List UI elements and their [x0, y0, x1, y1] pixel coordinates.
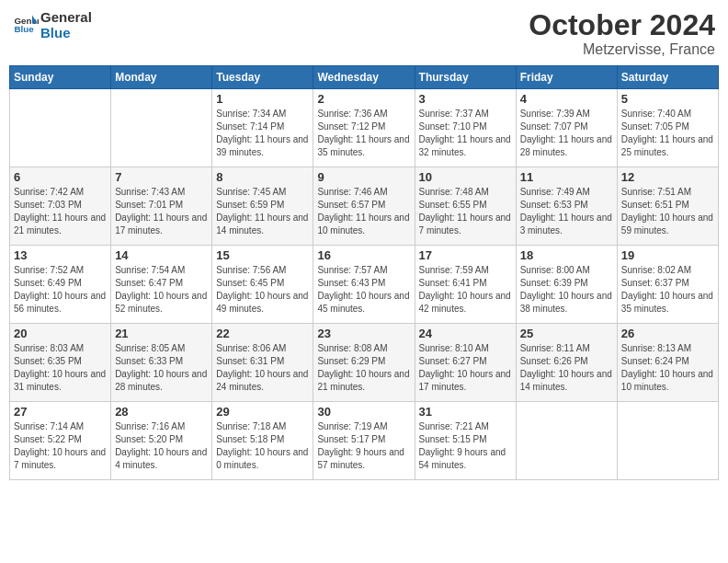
logo-icon: General Blue — [13, 12, 39, 38]
calendar-cell: 24Sunrise: 8:10 AMSunset: 6:27 PMDayligh… — [415, 324, 516, 402]
day-number: 17 — [419, 248, 512, 262]
day-info: Sunrise: 7:42 AMSunset: 7:03 PMDaylight:… — [14, 186, 107, 237]
calendar-cell: 9Sunrise: 7:46 AMSunset: 6:57 PMDaylight… — [313, 167, 415, 246]
day-number: 27 — [14, 405, 107, 419]
day-info: Sunrise: 8:00 AMSunset: 6:39 PMDaylight:… — [520, 264, 613, 316]
calendar-cell: 7Sunrise: 7:43 AMSunset: 7:01 PMDaylight… — [111, 167, 212, 246]
day-info: Sunrise: 7:57 AMSunset: 6:43 PMDaylight:… — [317, 264, 410, 316]
week-row-5: 27Sunrise: 7:14 AMSunset: 5:22 PMDayligh… — [10, 402, 719, 480]
day-info: Sunrise: 7:40 AMSunset: 7:05 PMDaylight:… — [621, 108, 714, 159]
day-info: Sunrise: 7:16 AMSunset: 5:20 PMDaylight:… — [115, 420, 208, 472]
day-info: Sunrise: 8:03 AMSunset: 6:35 PMDaylight:… — [14, 342, 107, 394]
weekday-header-thursday: Thursday — [415, 66, 516, 89]
day-number: 16 — [317, 248, 410, 262]
day-number: 9 — [317, 170, 410, 184]
weekday-header-wednesday: Wednesday — [313, 66, 415, 89]
logo-line2: Blue — [40, 25, 92, 40]
day-number: 13 — [14, 248, 107, 262]
calendar-cell: 30Sunrise: 7:19 AMSunset: 5:17 PMDayligh… — [313, 402, 415, 480]
calendar-cell: 15Sunrise: 7:56 AMSunset: 6:45 PMDayligh… — [212, 246, 313, 324]
month-title: October 2024 — [529, 9, 715, 41]
day-info: Sunrise: 7:45 AMSunset: 6:59 PMDaylight:… — [216, 186, 309, 237]
day-number: 15 — [216, 248, 309, 262]
calendar-cell: 21Sunrise: 8:05 AMSunset: 6:33 PMDayligh… — [111, 324, 212, 402]
day-number: 5 — [621, 92, 714, 106]
day-info: Sunrise: 7:51 AMSunset: 6:51 PMDaylight:… — [621, 186, 714, 237]
week-row-4: 20Sunrise: 8:03 AMSunset: 6:35 PMDayligh… — [10, 324, 719, 402]
day-info: Sunrise: 7:49 AMSunset: 6:53 PMDaylight:… — [520, 186, 613, 237]
calendar-cell — [617, 402, 718, 480]
day-number: 20 — [14, 327, 107, 340]
svg-text:Blue: Blue — [14, 24, 34, 34]
calendar-table: SundayMondayTuesdayWednesdayThursdayFrid… — [9, 65, 719, 480]
day-info: Sunrise: 8:06 AMSunset: 6:31 PMDaylight:… — [216, 342, 309, 394]
day-number: 28 — [115, 405, 208, 419]
weekday-header-row: SundayMondayTuesdayWednesdayThursdayFrid… — [10, 66, 719, 89]
day-number: 29 — [216, 405, 309, 419]
weekday-header-tuesday: Tuesday — [212, 66, 313, 89]
page-header: General Blue General Blue October 2024 M… — [9, 9, 719, 58]
day-info: Sunrise: 7:39 AMSunset: 7:07 PMDaylight:… — [520, 108, 613, 159]
calendar-cell: 17Sunrise: 7:59 AMSunset: 6:41 PMDayligh… — [415, 246, 516, 324]
calendar-cell: 25Sunrise: 8:11 AMSunset: 6:26 PMDayligh… — [516, 324, 617, 402]
calendar-cell: 19Sunrise: 8:02 AMSunset: 6:37 PMDayligh… — [617, 246, 718, 324]
calendar-cell: 8Sunrise: 7:45 AMSunset: 6:59 PMDaylight… — [212, 167, 313, 246]
calendar-cell: 31Sunrise: 7:21 AMSunset: 5:15 PMDayligh… — [415, 402, 516, 480]
day-info: Sunrise: 7:59 AMSunset: 6:41 PMDaylight:… — [419, 264, 512, 316]
day-info: Sunrise: 8:10 AMSunset: 6:27 PMDaylight:… — [419, 342, 512, 394]
day-number: 11 — [520, 170, 613, 184]
calendar-cell: 29Sunrise: 7:18 AMSunset: 5:18 PMDayligh… — [212, 402, 313, 480]
day-info: Sunrise: 7:21 AMSunset: 5:15 PMDaylight:… — [419, 420, 512, 472]
day-number: 10 — [419, 170, 512, 184]
day-number: 1 — [216, 92, 309, 106]
weekday-header-sunday: Sunday — [10, 66, 111, 89]
day-number: 12 — [621, 170, 714, 184]
day-info: Sunrise: 7:36 AMSunset: 7:12 PMDaylight:… — [317, 108, 410, 159]
calendar-cell: 3Sunrise: 7:37 AMSunset: 7:10 PMDaylight… — [415, 89, 516, 167]
day-info: Sunrise: 8:13 AMSunset: 6:24 PMDaylight:… — [621, 342, 714, 394]
calendar-cell: 22Sunrise: 8:06 AMSunset: 6:31 PMDayligh… — [212, 324, 313, 402]
calendar-cell: 26Sunrise: 8:13 AMSunset: 6:24 PMDayligh… — [617, 324, 718, 402]
weekday-header-saturday: Saturday — [617, 66, 718, 89]
calendar-cell: 10Sunrise: 7:48 AMSunset: 6:55 PMDayligh… — [415, 167, 516, 246]
day-number: 19 — [621, 248, 714, 262]
day-info: Sunrise: 7:37 AMSunset: 7:10 PMDaylight:… — [419, 108, 512, 159]
day-number: 22 — [216, 327, 309, 340]
day-number: 3 — [419, 92, 512, 106]
day-number: 25 — [520, 327, 613, 340]
calendar-cell: 16Sunrise: 7:57 AMSunset: 6:43 PMDayligh… — [313, 246, 415, 324]
weekday-header-monday: Monday — [111, 66, 212, 89]
calendar-cell — [111, 89, 212, 167]
day-info: Sunrise: 7:43 AMSunset: 7:01 PMDaylight:… — [115, 186, 208, 237]
logo-line1: General — [40, 9, 92, 25]
calendar-cell: 12Sunrise: 7:51 AMSunset: 6:51 PMDayligh… — [617, 167, 718, 246]
day-info: Sunrise: 7:34 AMSunset: 7:14 PMDaylight:… — [216, 108, 309, 159]
calendar-cell: 28Sunrise: 7:16 AMSunset: 5:20 PMDayligh… — [111, 402, 212, 480]
day-number: 4 — [520, 92, 613, 106]
day-info: Sunrise: 7:56 AMSunset: 6:45 PMDaylight:… — [216, 264, 309, 316]
calendar-cell: 27Sunrise: 7:14 AMSunset: 5:22 PMDayligh… — [10, 402, 111, 480]
day-number: 8 — [216, 170, 309, 184]
day-number: 18 — [520, 248, 613, 262]
day-number: 30 — [317, 405, 410, 419]
calendar-cell: 18Sunrise: 8:00 AMSunset: 6:39 PMDayligh… — [516, 246, 617, 324]
calendar-cell: 23Sunrise: 8:08 AMSunset: 6:29 PMDayligh… — [313, 324, 415, 402]
calendar-cell: 5Sunrise: 7:40 AMSunset: 7:05 PMDaylight… — [617, 89, 718, 167]
day-number: 14 — [115, 248, 208, 262]
calendar-cell: 11Sunrise: 7:49 AMSunset: 6:53 PMDayligh… — [516, 167, 617, 246]
calendar-cell: 20Sunrise: 8:03 AMSunset: 6:35 PMDayligh… — [10, 324, 111, 402]
day-info: Sunrise: 8:11 AMSunset: 6:26 PMDaylight:… — [520, 342, 613, 394]
day-number: 31 — [419, 405, 512, 419]
calendar-cell — [10, 89, 111, 167]
calendar-cell — [516, 402, 617, 480]
calendar-cell: 1Sunrise: 7:34 AMSunset: 7:14 PMDaylight… — [212, 89, 313, 167]
logo: General Blue General Blue — [13, 9, 92, 40]
day-info: Sunrise: 7:54 AMSunset: 6:47 PMDaylight:… — [115, 264, 208, 316]
day-info: Sunrise: 8:05 AMSunset: 6:33 PMDaylight:… — [115, 342, 208, 394]
calendar-cell: 14Sunrise: 7:54 AMSunset: 6:47 PMDayligh… — [111, 246, 212, 324]
day-number: 21 — [115, 327, 208, 340]
day-number: 6 — [14, 170, 107, 184]
day-info: Sunrise: 7:46 AMSunset: 6:57 PMDaylight:… — [317, 186, 410, 237]
day-info: Sunrise: 8:08 AMSunset: 6:29 PMDaylight:… — [317, 342, 410, 394]
week-row-3: 13Sunrise: 7:52 AMSunset: 6:49 PMDayligh… — [10, 246, 719, 324]
